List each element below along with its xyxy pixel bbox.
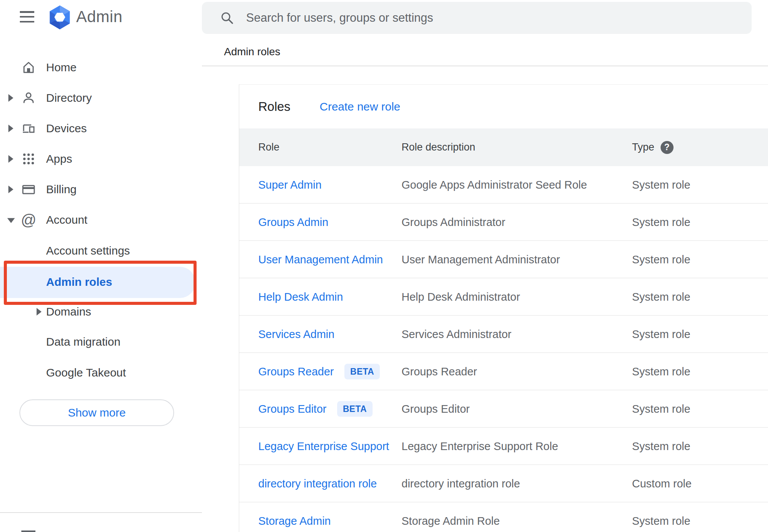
- role-type: System role: [632, 290, 690, 303]
- person-icon: [21, 91, 36, 105]
- role-link[interactable]: Services Admin: [258, 328, 334, 340]
- expand-caret-icon[interactable]: [8, 94, 13, 102]
- hamburger-menu-icon[interactable]: [20, 11, 34, 22]
- search-icon: [220, 11, 234, 25]
- breadcrumb: Admin roles: [224, 46, 280, 58]
- role-type: System role: [632, 402, 690, 415]
- role-description: User Management Administrator: [402, 253, 560, 266]
- role-link[interactable]: Help Desk Admin: [258, 290, 343, 303]
- table-row: User Management Admin User Management Ad…: [239, 241, 768, 278]
- role-link[interactable]: Legacy Enterprise Support: [258, 440, 389, 452]
- role-description: Groups Editor: [402, 402, 470, 415]
- expand-caret-icon[interactable]: [8, 125, 13, 132]
- table-row: Groups Editor BETA Groups Editor System …: [239, 390, 768, 428]
- sidebar-item-devices[interactable]: Devices: [0, 113, 197, 144]
- role-description: Groups Administrator: [402, 216, 505, 228]
- sidebar-item-account[interactable]: @ Account: [0, 205, 197, 235]
- apps-grid-icon: [21, 152, 36, 166]
- role-type: System role: [632, 253, 690, 266]
- role-type: System role: [632, 365, 690, 378]
- clipped-bottom-icon: [21, 530, 35, 532]
- show-more-button[interactable]: Show more: [19, 399, 174, 426]
- role-description: Google Apps Administrator Seed Role: [402, 178, 587, 191]
- sidebar-item-data-migration[interactable]: Data migration: [0, 327, 197, 357]
- role-type: System role: [632, 515, 690, 527]
- role-link[interactable]: Super Admin: [258, 178, 322, 191]
- admin-logo-icon: [49, 5, 71, 29]
- role-description: Help Desk Administrator: [402, 290, 520, 303]
- search-input[interactable]: Search for users, groups or settings: [246, 2, 433, 34]
- table-row: Services Admin Services Administrator Sy…: [239, 316, 768, 353]
- column-header-type: Type ?: [632, 128, 674, 166]
- role-type: System role: [632, 216, 690, 228]
- sidebar-bottom-divider: [0, 512, 202, 513]
- table-row: Storage Admin Storage Admin Role System …: [239, 502, 768, 532]
- role-description: Storage Admin Role: [402, 515, 500, 527]
- expand-caret-icon[interactable]: [37, 308, 42, 316]
- role-description: Legacy Enterprise Support Role: [402, 440, 558, 452]
- role-description: directory integration role: [402, 477, 520, 490]
- role-type: Custom role: [632, 477, 691, 490]
- table-row: directory integration role directory int…: [239, 465, 768, 502]
- table-row: Legacy Enterprise Support Legacy Enterpr…: [239, 428, 768, 465]
- admin-console-page: Admin Search for users, groups or settin…: [0, 0, 768, 532]
- admin-logo-wordmark: Admin: [76, 8, 123, 26]
- role-type: System role: [632, 440, 690, 452]
- table-row: Groups Reader BETA Groups Reader System …: [239, 353, 768, 390]
- devices-icon: [21, 121, 36, 136]
- role-link[interactable]: User Management Admin: [258, 253, 383, 266]
- sidebar-item-account-settings[interactable]: Account settings: [0, 236, 197, 266]
- sidebar-item-google-takeout[interactable]: Google Takeout: [0, 357, 197, 388]
- roles-card: Roles Create new role Role Role descript…: [239, 84, 768, 532]
- create-new-role-link[interactable]: Create new role: [320, 96, 400, 117]
- sidebar-item-admin-roles[interactable]: Admin roles: [0, 267, 197, 297]
- card-title: Roles: [258, 96, 290, 117]
- sidebar-item-apps[interactable]: Apps: [0, 144, 197, 174]
- expand-caret-icon[interactable]: [8, 155, 13, 163]
- role-link[interactable]: Groups Admin: [258, 216, 328, 228]
- credit-card-icon: [21, 182, 36, 197]
- role-type: System role: [632, 328, 690, 340]
- sidebar-item-directory[interactable]: Directory: [0, 83, 197, 113]
- table-row: Groups Admin Groups Administrator System…: [239, 204, 768, 241]
- roles-table-body: Super Admin Google Apps Administrator Se…: [239, 166, 768, 532]
- column-header-description: Role description: [402, 128, 475, 166]
- role-description: Services Administrator: [402, 328, 512, 340]
- role-description: Groups Reader: [402, 365, 477, 378]
- help-icon[interactable]: ?: [661, 141, 674, 154]
- beta-badge: BETA: [344, 364, 380, 379]
- table-row: Super Admin Google Apps Administrator Se…: [239, 166, 768, 204]
- role-link[interactable]: Groups Editor: [258, 402, 326, 415]
- sidebar-item-domains[interactable]: Domains: [0, 296, 197, 327]
- table-row: Help Desk Admin Help Desk Administrator …: [239, 278, 768, 316]
- role-type: System role: [632, 178, 690, 191]
- role-link[interactable]: directory integration role: [258, 477, 377, 490]
- header-divider: [202, 66, 768, 66]
- expand-caret-icon[interactable]: [8, 186, 13, 193]
- home-icon: [21, 60, 36, 75]
- at-sign-icon: @: [21, 213, 36, 227]
- beta-badge: BETA: [337, 401, 373, 417]
- collapse-caret-icon[interactable]: [7, 218, 15, 223]
- search-bar[interactable]: Search for users, groups or settings: [202, 2, 752, 34]
- role-link[interactable]: Storage Admin: [258, 515, 331, 527]
- table-header-row: Role Role description Type ?: [239, 128, 768, 166]
- role-link[interactable]: Groups Reader: [258, 365, 334, 378]
- sidebar-item-billing[interactable]: Billing: [0, 174, 197, 205]
- column-header-role: Role: [258, 128, 280, 166]
- sidebar-item-home[interactable]: Home: [0, 52, 197, 83]
